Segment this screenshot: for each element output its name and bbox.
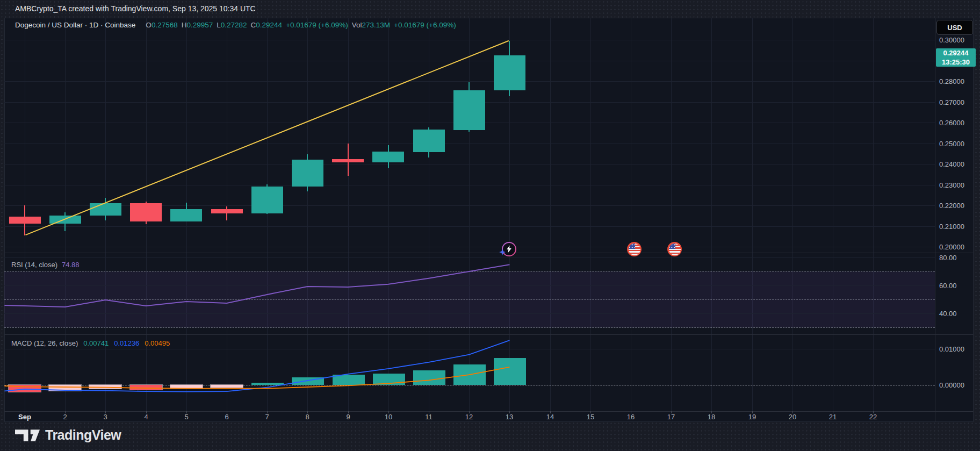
us-flag xyxy=(669,244,681,255)
high-label: H xyxy=(182,21,187,29)
high-value: 0.29957 xyxy=(186,21,213,29)
tradingview-logo-icon xyxy=(15,429,40,441)
event-marker-layer xyxy=(0,0,980,451)
open-label: O xyxy=(146,21,152,29)
flash-icon[interactable] xyxy=(502,242,516,256)
symbol-header[interactable]: Dogecoin / US Dollar · 1D · CoinbaseO0.2… xyxy=(15,21,456,29)
volume-label: Vol xyxy=(352,21,362,29)
close-value: 0.29244 xyxy=(256,21,282,29)
currency-toggle-button[interactable]: USD xyxy=(936,20,973,35)
rsi-title: RSI (14, close) xyxy=(11,261,57,269)
last-price-badge: 0.29244 13:25:30 xyxy=(936,48,976,67)
change-value: +0.01679 (+6.09%) xyxy=(286,21,348,29)
low-label: L xyxy=(217,21,221,29)
attribution-text: AMBCrypto_TA created with TradingView.co… xyxy=(15,4,256,13)
tradingview-logo[interactable]: TradingView xyxy=(15,427,121,443)
rsi-indicator-label[interactable]: RSI (14, close)74.88 xyxy=(11,261,80,269)
macd-signal-value: 0.00495 xyxy=(145,339,170,347)
us-flag-icon[interactable] xyxy=(627,242,642,256)
tradingview-chart-export: AMBCrypto_TA created with TradingView.co… xyxy=(0,0,980,451)
macd-line-value: 0.01236 xyxy=(114,339,139,347)
footer-bar: TradingView xyxy=(0,422,980,451)
tradingview-brand-text: TradingView xyxy=(45,427,121,443)
close-label: C xyxy=(251,21,256,29)
bar-countdown: 13:25:30 xyxy=(936,58,976,67)
macd-title: MACD (12, 26, close) xyxy=(11,339,78,347)
symbol-title: Dogecoin / US Dollar · 1D · Coinbase xyxy=(15,21,135,29)
volume-value: 273.13M xyxy=(362,21,391,29)
low-value: 0.27282 xyxy=(221,21,247,29)
macd-indicator-label[interactable]: MACD (12, 26, close)0.007410.012360.0049… xyxy=(11,339,170,347)
macd-histogram-value: 0.00741 xyxy=(83,339,109,347)
flash-bolt xyxy=(503,243,515,255)
rsi-value: 74.88 xyxy=(62,261,80,269)
volume-change: +0.01679 (+6.09%) xyxy=(394,21,456,29)
last-price-value: 0.29244 xyxy=(936,48,976,58)
us-flag xyxy=(629,244,640,255)
us-flag-icon[interactable] xyxy=(667,242,682,256)
open-value: 0.27568 xyxy=(152,21,178,29)
